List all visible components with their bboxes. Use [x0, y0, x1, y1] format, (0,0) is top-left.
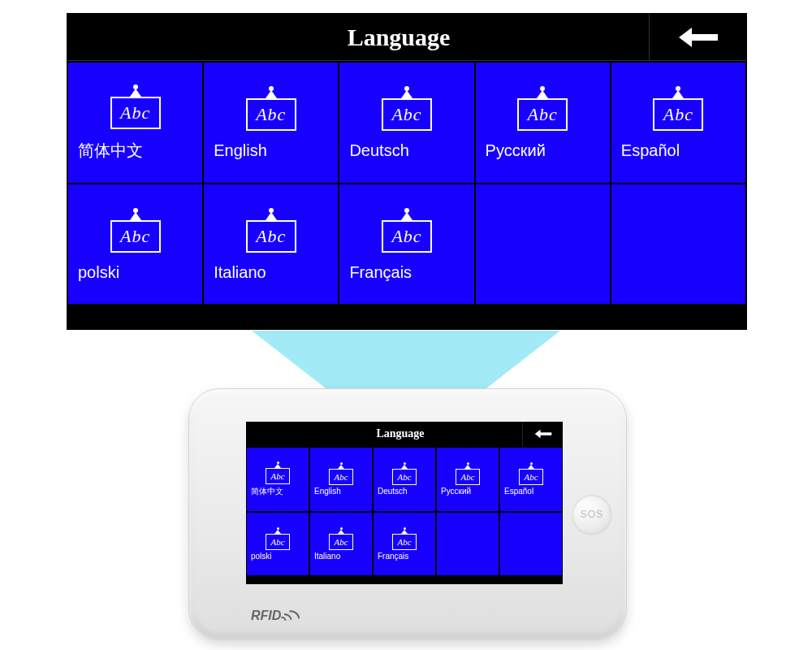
back-button[interactable]: [649, 14, 746, 60]
device-lang-cell-chinese[interactable]: Abc 简体中文: [246, 447, 309, 512]
device-back-button[interactable]: [522, 422, 563, 446]
back-arrow-icon: [534, 429, 552, 439]
abc-icon: Abc: [382, 86, 432, 135]
lang-label: polski: [248, 552, 272, 561]
lang-cell-english[interactable]: Abc English: [203, 62, 339, 184]
abc-icon: Abc: [456, 462, 480, 485]
abc-icon: Abc: [110, 84, 161, 133]
device-page-title: Language: [246, 427, 522, 440]
lang-label: Русский: [479, 141, 546, 160]
lang-label: Español: [615, 141, 680, 160]
lang-cell-russian[interactable]: Abc Русский: [475, 62, 611, 184]
device-lang-cell-deutsch[interactable]: Abc Deutsch: [373, 447, 436, 512]
device-lang-cell-russian[interactable]: Abc Русский: [436, 447, 499, 512]
lang-cell-french[interactable]: Abc Français: [339, 184, 474, 306]
lang-label: Italiano: [207, 263, 266, 282]
device-lang-cell-polish[interactable]: Abc polski: [246, 512, 309, 577]
lang-label: English: [312, 487, 341, 496]
device-language-grid: Abc 简体中文 Abc English Abc Deutsch Abc: [246, 446, 563, 576]
rfid-waves-icon: [282, 608, 300, 625]
device-lang-cell-empty: [436, 512, 499, 577]
abc-icon: Abc: [653, 86, 703, 135]
lang-cell-spanish[interactable]: Abc Español: [611, 62, 746, 184]
lang-label: Français: [343, 263, 412, 282]
rfid-text: RFID: [251, 609, 281, 623]
lang-cell-polish[interactable]: Abc polski: [67, 184, 203, 306]
device-lang-cell-italian[interactable]: Abc Italiano: [309, 512, 373, 577]
abc-icon: Abc: [110, 208, 161, 257]
lang-cell-chinese[interactable]: Abc 简体中文: [67, 62, 203, 184]
device-screen: Language Abc 简体中文 Abc English: [246, 422, 563, 584]
lang-label: Русский: [438, 487, 471, 496]
lang-label: Français: [375, 552, 408, 561]
abc-icon: Abc: [266, 527, 290, 550]
device-lang-cell-empty: [499, 512, 563, 577]
abc-icon: Abc: [392, 527, 417, 550]
alarm-device: Language Abc 简体中文 Abc English: [188, 388, 627, 640]
lang-cell-italian[interactable]: Abc Italiano: [203, 184, 339, 306]
device-lang-cell-french[interactable]: Abc Français: [373, 512, 436, 577]
abc-icon: Abc: [329, 462, 353, 485]
lang-label: Deutsch: [343, 141, 408, 160]
abc-icon: Abc: [246, 208, 296, 257]
sos-button[interactable]: SOS: [572, 495, 611, 534]
page-title: Language: [67, 24, 649, 51]
lang-label: Italiano: [312, 552, 340, 561]
lang-cell-deutsch[interactable]: Abc Deutsch: [339, 62, 474, 184]
lang-cell-empty: [611, 184, 746, 306]
lang-label: 简体中文: [248, 486, 283, 497]
language-grid: Abc 简体中文 Abc English Abc Deutsch Abc Рус…: [67, 61, 746, 305]
language-screen-enlarged: Language Abc 简体中文 Abc English Abc: [67, 13, 747, 330]
device-screen-footer: [246, 576, 563, 584]
lang-label: polski: [71, 263, 119, 282]
abc-icon: Abc: [246, 86, 296, 135]
abc-icon: Abc: [266, 462, 290, 484]
titlebar: Language: [67, 14, 746, 61]
lang-label: Español: [502, 487, 533, 496]
abc-icon: Abc: [329, 527, 353, 550]
abc-icon: Abc: [392, 462, 417, 485]
abc-icon: Abc: [382, 208, 432, 257]
device-titlebar: Language: [246, 422, 563, 446]
lang-label: 简体中文: [71, 140, 143, 162]
lang-label: English: [207, 141, 267, 160]
lang-label: Deutsch: [375, 487, 408, 496]
device-lang-cell-english[interactable]: Abc English: [309, 447, 373, 512]
back-arrow-icon: [679, 26, 718, 49]
lang-cell-empty: [475, 184, 611, 306]
screen-footer: [67, 305, 746, 329]
rfid-label: RFID: [251, 609, 300, 623]
abc-icon: Abc: [517, 86, 568, 135]
device-lang-cell-spanish[interactable]: Abc Español: [499, 447, 563, 512]
abc-icon: Abc: [519, 462, 543, 485]
